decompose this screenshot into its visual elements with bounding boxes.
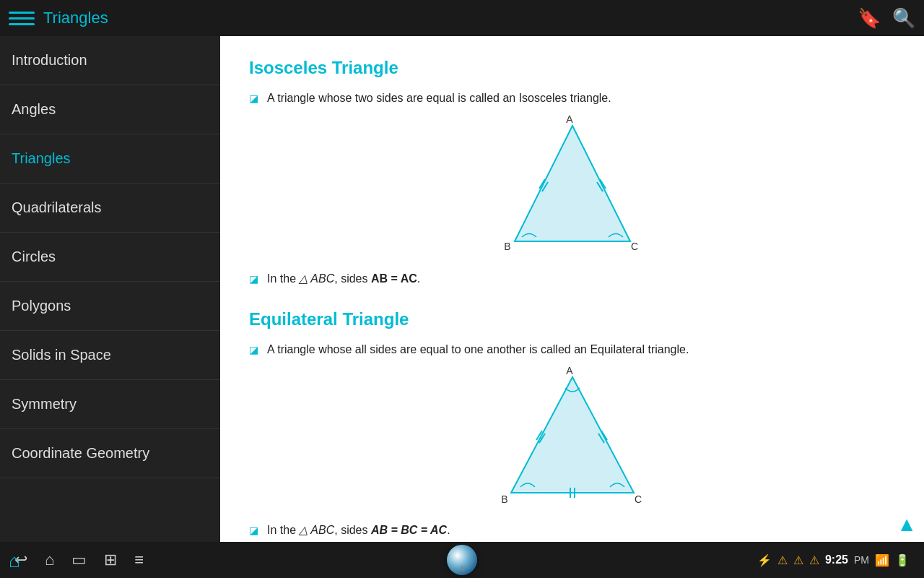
main-area: Introduction Angles Triangles Quadrilate…: [0, 36, 924, 542]
ampm-display: PM: [854, 554, 869, 566]
up-arrow-icon[interactable]: ∧: [459, 561, 466, 574]
page-title: Triangles: [43, 9, 858, 27]
svg-text:B: B: [501, 493, 507, 505]
bullet-icon-3: ◪: [249, 342, 258, 358]
bullet-icon-4: ◪: [249, 523, 258, 538]
top-icons: 🔖 🔍: [858, 7, 915, 30]
svg-marker-0: [515, 126, 630, 241]
isosceles-title: Isosceles Triangle: [249, 58, 895, 78]
warning-icon-2: ⚠: [793, 553, 803, 567]
bottom-nav-left: ↩ ⌂ ▭ ⊞ ≡: [14, 551, 144, 569]
bottom-center: ∧: [447, 545, 477, 575]
sidebar-item-solids-in-space[interactable]: Solids in Space: [0, 331, 220, 380]
scroll-up-button[interactable]: ▲: [897, 513, 917, 536]
bullet-icon-2: ◪: [249, 272, 258, 287]
isosceles-math-note: ◪ In the △ ABC, sides AB = AC.: [249, 270, 895, 288]
bottom-bar: ↩ ⌂ ▭ ⊞ ≡ ∧ ⚡ ⚠ ⚠ ⚠ 9:25 PM 📶 🔋: [0, 542, 924, 578]
svg-text:C: C: [630, 241, 637, 252]
menu-button[interactable]: [9, 5, 35, 31]
equilateral-math-note: ◪ In the △ ABC, sides AB = BC = AC.: [249, 522, 895, 539]
sidebar-item-quadrilaterals[interactable]: Quadrilaterals: [0, 184, 220, 233]
sidebar-item-circles[interactable]: Circles: [0, 233, 220, 282]
menu-icon[interactable]: ≡: [134, 551, 144, 569]
equilateral-title: Equilateral Triangle: [249, 309, 895, 329]
bookmark-icon[interactable]: 🔖: [858, 7, 881, 30]
svg-text:B: B: [504, 241, 510, 252]
sidebar: Introduction Angles Triangles Quadrilate…: [0, 36, 220, 542]
svg-text:A: A: [566, 113, 573, 125]
battery-icon: 🔋: [895, 553, 910, 567]
equilateral-svg: A B C: [493, 370, 652, 507]
warning-icon-3: ⚠: [809, 553, 819, 567]
recent-apps-icon[interactable]: ▭: [71, 551, 87, 569]
top-bar: Triangles 🔖 🔍: [0, 0, 924, 36]
bottom-status-right: ⚡ ⚠ ⚠ ⚠ 9:25 PM 📶 🔋: [757, 553, 910, 567]
search-icon[interactable]: 🔍: [892, 7, 915, 30]
isosceles-svg: A B C: [493, 118, 652, 256]
equilateral-description: ◪ A triangle whose all sides are equal t…: [249, 341, 895, 358]
usb-icon: ⚡: [757, 553, 772, 567]
warning-icon-1: ⚠: [777, 553, 788, 567]
sidebar-item-introduction[interactable]: Introduction: [0, 36, 220, 85]
sidebar-item-coordinate-geometry[interactable]: Coordinate Geometry: [0, 429, 220, 478]
isosceles-section: Isosceles Triangle ◪ A triangle whose tw…: [249, 58, 895, 288]
sidebar-item-polygons[interactable]: Polygons: [0, 282, 220, 331]
time-display: 9:25: [825, 553, 848, 566]
wifi-icon: 📶: [875, 553, 889, 567]
svg-text:A: A: [566, 365, 573, 376]
svg-text:C: C: [634, 493, 641, 505]
equilateral-math-text: In the △ ABC, sides AB = BC = AC.: [267, 522, 450, 539]
isosceles-math-text: In the △ ABC, sides AB = AC.: [267, 270, 420, 288]
equilateral-section: Equilateral Triangle ◪ A triangle whose …: [249, 309, 895, 539]
equilateral-desc-text: A triangle whose all sides are equal to …: [267, 341, 689, 358]
sidebar-item-triangles[interactable]: Triangles: [0, 134, 220, 184]
content-area[interactable]: Isosceles Triangle ◪ A triangle whose tw…: [220, 36, 924, 542]
home-button-fixed[interactable]: ⌂: [9, 550, 20, 572]
bullet-icon-1: ◪: [249, 91, 258, 106]
home-icon[interactable]: ⌂: [45, 551, 54, 569]
isosceles-diagram: A B C: [249, 118, 895, 256]
equilateral-diagram: A B C: [249, 370, 895, 507]
qr-icon[interactable]: ⊞: [104, 551, 117, 569]
sidebar-item-symmetry[interactable]: Symmetry: [0, 380, 220, 429]
isosceles-description: ◪ A triangle whose two sides are equal i…: [249, 90, 895, 107]
svg-marker-8: [511, 377, 634, 493]
sidebar-item-angles[interactable]: Angles: [0, 85, 220, 134]
isosceles-desc-text: A triangle whose two sides are equal is …: [267, 90, 611, 107]
